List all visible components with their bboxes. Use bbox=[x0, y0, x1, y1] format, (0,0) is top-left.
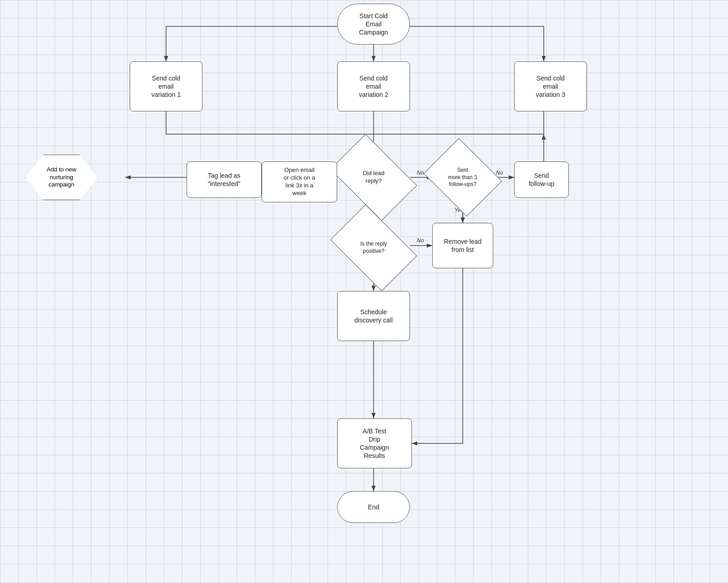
did-lead-reply-node: Did leadreply? bbox=[330, 134, 417, 221]
sent-more-followups-node: Sentmore than 3follow-ups? bbox=[424, 138, 502, 217]
label-no1: No bbox=[417, 170, 424, 176]
add-nurturing-node: Add to new nurturing campaign bbox=[25, 155, 98, 200]
variation3-node: Send cold email variation 3 bbox=[514, 61, 587, 111]
ab-test-node: A/B Test Drip Campaign Results bbox=[337, 418, 412, 468]
schedule-call-node: Schedule discovery call bbox=[337, 291, 410, 341]
send-followup-node: Send follow-up bbox=[514, 161, 569, 198]
open-email-node: Open email or click on a link 3x in a we… bbox=[262, 161, 337, 202]
start-node: Start Cold Email Campaign bbox=[337, 4, 410, 45]
tag-lead-node: Tag lead as "interested" bbox=[187, 161, 262, 198]
label-no3: No bbox=[417, 237, 424, 244]
variation1-node: Send cold email variation 1 bbox=[130, 61, 202, 111]
remove-lead-node: Remove lead from list bbox=[432, 223, 493, 268]
variation2-node: Send cold email variation 2 bbox=[337, 61, 410, 111]
end-node: End bbox=[337, 491, 410, 523]
is-reply-positive-node: Is the replypositive? bbox=[330, 205, 417, 292]
label-no2: No bbox=[496, 170, 503, 176]
flowchart-canvas: No No Yes Yes Yes No Option Start Cold E… bbox=[0, 0, 728, 583]
